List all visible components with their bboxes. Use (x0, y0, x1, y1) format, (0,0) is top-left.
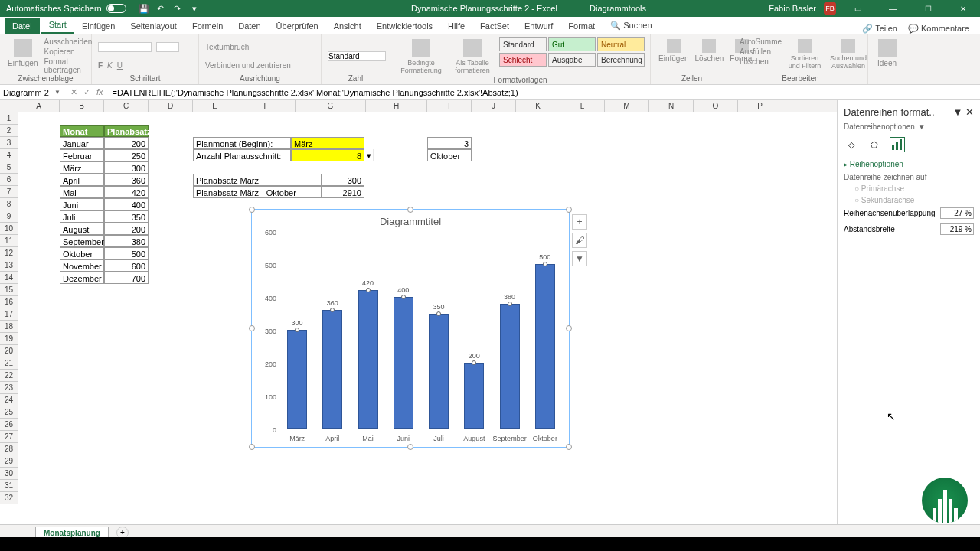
col-header[interactable]: N (649, 100, 694, 112)
cell[interactable]: 300 (104, 161, 149, 174)
cell[interactable]: 380 (104, 235, 149, 247)
cell[interactable]: Juli (60, 210, 104, 223)
name-box[interactable]: Diagramm 2▼ (0, 86, 64, 99)
cell[interactable]: März (291, 137, 364, 149)
bold-button[interactable]: F (98, 61, 103, 70)
tab-formulas[interactable]: Formeln (185, 18, 230, 34)
delete-cells[interactable]: Löschen (693, 37, 725, 74)
row-header[interactable]: 26 (0, 419, 18, 431)
font-select[interactable] (98, 42, 152, 52)
chart-bar[interactable] (394, 297, 413, 429)
close-pane-icon[interactable]: ✕ (965, 106, 974, 118)
row-header[interactable]: 3 (0, 137, 18, 149)
tab-search[interactable]: 🔍 Suchen (603, 18, 659, 34)
row-header[interactable]: 31 (0, 480, 18, 492)
col-header[interactable]: J (472, 100, 516, 112)
row-header[interactable]: 18 (0, 321, 18, 333)
style-schlecht[interactable]: Schlecht (499, 53, 547, 67)
row-header[interactable]: 32 (0, 492, 18, 504)
paste-button[interactable]: Einfügen (6, 37, 39, 74)
chart-bar[interactable] (500, 304, 520, 429)
row-header[interactable]: 22 (0, 370, 18, 382)
cell[interactable]: April (60, 174, 104, 186)
qat-more-icon[interactable]: ▾ (189, 3, 200, 14)
row-header[interactable]: 13 (0, 259, 18, 272)
cell[interactable]: August (60, 223, 104, 235)
row-header[interactable]: 14 (0, 272, 18, 284)
cell[interactable]: 8 (291, 149, 364, 161)
italic-button[interactable]: K (107, 61, 113, 70)
user-name[interactable]: Fabio Basler (769, 4, 816, 13)
chart-plot[interactable]: 0100200300400500600300März360April420Mai… (279, 233, 561, 429)
close-button[interactable]: ✕ (949, 0, 977, 17)
save-icon[interactable]: 💾 (139, 3, 149, 14)
cell[interactable]: Dezember (60, 272, 104, 284)
cell[interactable]: 500 (104, 247, 149, 259)
row-header[interactable]: 6 (0, 174, 18, 186)
col-header[interactable]: F (237, 100, 296, 112)
col-header[interactable]: B (60, 100, 104, 112)
row-header[interactable]: 25 (0, 406, 18, 419)
chart-object[interactable]: Diagrammtitel 0100200300400500600300März… (251, 209, 570, 448)
user-badge[interactable]: FB (824, 2, 836, 15)
cond-format[interactable]: Bedingte Formatierung (397, 37, 446, 76)
chart-elements-button[interactable]: + (572, 214, 587, 230)
cell[interactable]: 600 (104, 259, 149, 272)
cell[interactable]: 250 (104, 149, 149, 161)
cell[interactable]: 200 (104, 223, 149, 235)
row-header[interactable]: 16 (0, 296, 18, 308)
tab-review[interactable]: Überprüfen (269, 18, 326, 34)
cell[interactable]: 350 (104, 210, 149, 223)
chart-bar[interactable] (322, 310, 342, 429)
cell[interactable]: Januar (60, 137, 104, 149)
format-table[interactable]: Als Tabelle formatieren (450, 37, 495, 76)
row-header[interactable]: 1 (0, 112, 18, 125)
find-select[interactable]: Suchen und Auswählen (828, 37, 869, 74)
tab-data[interactable]: Daten (230, 18, 268, 34)
cell[interactable]: Oktober (427, 149, 472, 161)
row-header[interactable]: 29 (0, 455, 18, 468)
col-header[interactable]: L (560, 100, 605, 112)
chart-bar[interactable] (358, 290, 378, 429)
tab-help[interactable]: Hilfe (440, 18, 472, 34)
style-standard[interactable]: Standard (499, 37, 547, 51)
autosave-toggle[interactable]: Automatisches Speichern (6, 4, 126, 13)
cell[interactable]: Planabsatz März - Oktober (193, 186, 322, 198)
cell[interactable]: Monat (60, 125, 104, 137)
fx-icon[interactable]: fx (96, 87, 103, 97)
underline-button[interactable]: U (117, 61, 122, 70)
tab-layout[interactable]: Seitenlayout (122, 18, 185, 34)
tab-insert[interactable]: Einfügen (74, 18, 122, 34)
row-header[interactable]: 9 (0, 210, 18, 223)
fill[interactable]: Ausfüllen (740, 47, 782, 56)
col-header[interactable]: H (366, 100, 427, 112)
wrap-text[interactable]: Textumbruch (205, 43, 249, 51)
clear[interactable]: Löschen (740, 57, 782, 66)
cell[interactable]: Anzahl Planausschnitt: (193, 149, 291, 161)
format-painter[interactable]: Format übertragen (44, 57, 92, 74)
fill-line-icon[interactable]: ◇ (844, 137, 859, 152)
row-header[interactable]: 11 (0, 235, 18, 247)
tab-view[interactable]: Ansicht (326, 18, 369, 34)
share-button[interactable]: 🔗 Teilen (862, 24, 897, 34)
row-header[interactable]: 30 (0, 468, 18, 480)
cell[interactable]: September (60, 235, 104, 247)
autosum[interactable]: AutoSumme (740, 37, 782, 46)
style-neutral[interactable]: Neutral (597, 37, 645, 51)
tab-file[interactable]: Datei (5, 18, 40, 34)
cell[interactable]: Planabsatz März (193, 174, 322, 186)
tab-factset[interactable]: FactSet (472, 18, 517, 34)
cell[interactable]: 3 (427, 137, 472, 149)
style-gut[interactable]: Gut (548, 37, 596, 51)
undo-icon[interactable]: ↶ (155, 3, 166, 14)
chart-title[interactable]: Diagrammtitel (252, 210, 569, 230)
row-header[interactable]: 5 (0, 161, 18, 174)
col-header[interactable]: A (18, 100, 60, 112)
select-all-corner[interactable] (0, 100, 18, 112)
cell[interactable]: November (60, 259, 104, 272)
effects-icon[interactable]: ⬠ (867, 137, 882, 152)
tab-format[interactable]: Format (560, 18, 603, 34)
cell[interactable]: Planmonat (Beginn): (193, 137, 291, 149)
tab-start[interactable]: Start (41, 17, 74, 34)
confirm-formula-icon[interactable]: ✓ (83, 87, 90, 97)
